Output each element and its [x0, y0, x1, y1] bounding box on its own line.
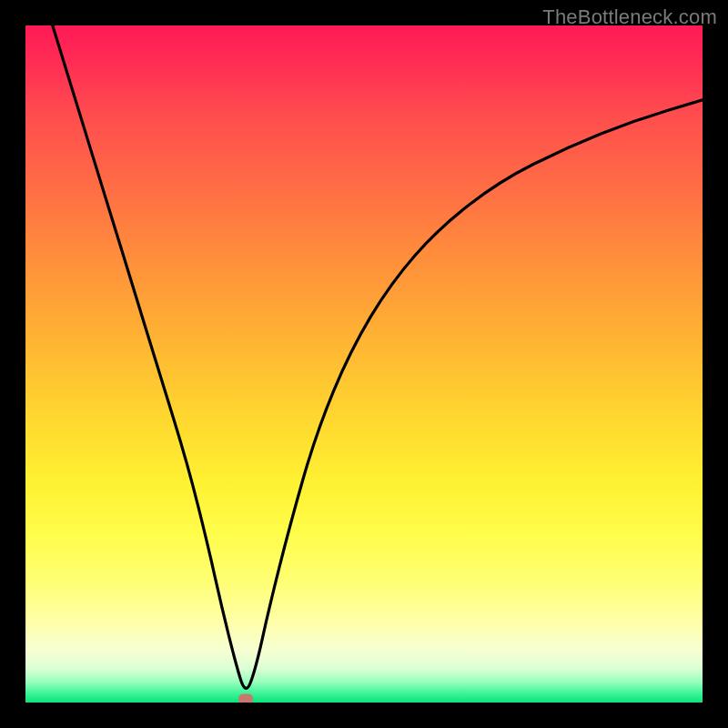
plot-area [25, 25, 703, 703]
chart-frame: TheBottleneck.com [0, 0, 728, 728]
watermark-text: TheBottleneck.com [542, 5, 717, 29]
heat-gradient [25, 25, 703, 703]
optimum-marker [238, 694, 253, 703]
